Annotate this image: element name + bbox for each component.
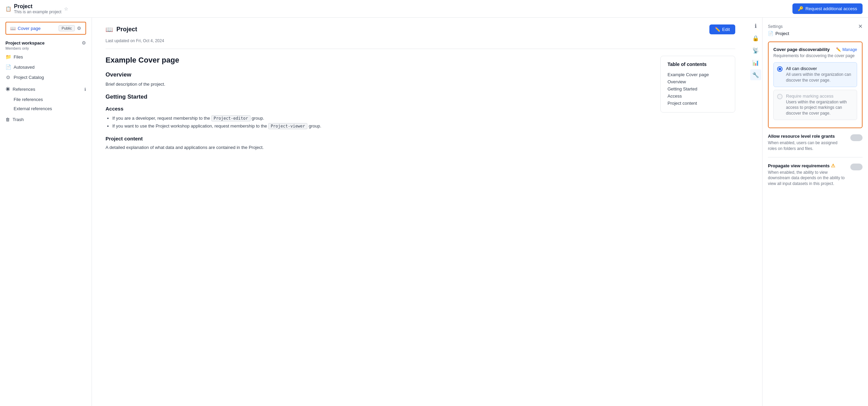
edit-icon: ✏️ <box>715 27 720 32</box>
star-icon[interactable]: ☆ <box>64 6 68 12</box>
article-body: Example Cover page Overview Brief descri… <box>106 56 652 154</box>
right-panel-layout: ℹ 🔒 📡 📊 🔧 Settings ✕ 📄 Project Cover pag… <box>749 18 868 406</box>
toc-item-3[interactable]: Getting Started <box>668 85 728 92</box>
request-access-button[interactable]: 🔑 Request additional access <box>792 3 863 14</box>
content-area: 📖 Project ✏️ Edit Last updated on Fri, O… <box>92 18 749 406</box>
propagate-toggle[interactable] <box>850 164 863 170</box>
toc-item-1[interactable]: Example Cover page <box>668 71 728 78</box>
toc-title: Table of contents <box>668 62 728 67</box>
references-section: ✳ References ℹ File references External … <box>0 82 92 115</box>
edit-button[interactable]: ✏️ Edit <box>709 24 735 34</box>
sidebar-nav-section: 📁 Files 📄 Autosaved ⊙ Project Catalog <box>0 52 92 82</box>
access-subheading: Access <box>106 106 652 112</box>
lock-panel-icon[interactable]: 🔒 <box>750 33 761 44</box>
discoverability-card: Cover page discoverability ✏️ Manage Req… <box>768 41 863 128</box>
bullet-item-2: If you want to use the Project workshop … <box>112 122 652 130</box>
settings-close-button[interactable]: ✕ <box>858 23 863 30</box>
files-icon: 📁 <box>5 54 11 60</box>
right-panel-icons: ℹ 🔒 📡 📊 🔧 <box>749 18 762 406</box>
public-badge: Public <box>59 25 75 31</box>
propagate-desc: When enabled, the ability to view downst… <box>768 170 846 187</box>
catalog-icon: ⊙ <box>5 74 11 80</box>
autosaved-icon: 📄 <box>5 64 11 70</box>
project-content-text: A detailed explanation of what data and … <box>106 144 652 151</box>
content-header: 📖 Project ✏️ Edit <box>106 24 735 37</box>
references-label: References <box>13 87 35 92</box>
rss-panel-icon[interactable]: 📡 <box>750 45 761 56</box>
project-viewer-badge: Project-viewer <box>268 123 307 129</box>
sidebar: 📖 Cover page Public ⚙ Project workspace … <box>0 18 92 406</box>
sidebar-item-trash[interactable]: 🗑 Trash <box>0 115 92 124</box>
discoverability-desc: Requirements for discovering the cover p… <box>773 53 857 58</box>
sidebar-item-project-catalog[interactable]: ⊙ Project Catalog <box>0 72 92 82</box>
catalog-label: Project Catalog <box>14 75 44 80</box>
top-bar-left: 📋 Project This is an example project ☆ <box>5 3 68 14</box>
info-panel-icon[interactable]: ℹ <box>750 20 761 31</box>
edit-label: Edit <box>722 27 730 32</box>
require-marking-radio <box>777 94 783 99</box>
sidebar-item-file-references[interactable]: File references <box>0 95 92 104</box>
manage-label: Manage <box>842 47 857 52</box>
workspace-title: Project workspace <box>5 40 45 46</box>
propagate-warning-icon: ⚠ <box>831 163 835 168</box>
request-access-label: Request additional access <box>805 6 857 11</box>
edit-manage-icon: ✏️ <box>836 47 841 52</box>
require-marking-option[interactable]: Require marking access Users within the … <box>773 90 857 120</box>
content-title: Project <box>116 26 137 33</box>
toc-item-2[interactable]: Overview <box>668 78 728 85</box>
getting-started-heading: Getting Started <box>106 94 652 100</box>
require-marking-label: Require marking access <box>786 94 853 99</box>
toc-card: Table of contents Example Cover page Ove… <box>660 56 735 113</box>
sidebar-item-autosaved[interactable]: 📄 Autosaved <box>0 62 92 72</box>
all-can-discover-option[interactable]: All can discover All users within the or… <box>773 62 857 87</box>
sidebar-item-cover-page[interactable]: 📖 Cover page Public ⚙ <box>5 22 86 35</box>
settings-header: Settings ✕ <box>768 23 863 30</box>
role-grants-desc: When enabled, users can be assigned role… <box>768 140 846 152</box>
settings-project-name: Project <box>775 31 789 36</box>
toc-item-5[interactable]: Project content <box>668 100 728 107</box>
overview-text: Brief description of the project. <box>106 81 652 88</box>
workspace-section: Project workspace ⚙ Members only <box>0 37 92 52</box>
overview-heading: Overview <box>106 71 652 78</box>
cover-page-gear-icon[interactable]: ⚙ <box>77 26 81 31</box>
cover-page-label: Cover page <box>18 26 41 31</box>
last-updated: Last updated on Fri, Oct 4, 2024 <box>106 37 735 49</box>
settings-title: Settings <box>768 24 783 29</box>
project-title: Project <box>14 3 61 10</box>
manage-link[interactable]: ✏️ Manage <box>836 47 857 52</box>
content-page-icon: 📖 <box>106 26 113 33</box>
workspace-subtitle: Members only <box>5 46 86 50</box>
autosaved-label: Autosaved <box>14 65 34 70</box>
sidebar-item-files[interactable]: 📁 Files <box>0 52 92 62</box>
top-bar: 📋 Project This is an example project ☆ 🔑… <box>0 0 868 18</box>
settings-project-label: 📄 Project <box>768 31 863 36</box>
role-grants-section: Allow resource level role grants When en… <box>768 134 863 157</box>
trash-label: Trash <box>13 117 24 122</box>
bullet-item-1: If you are a developer, request membersh… <box>112 114 652 122</box>
main-content-flex: Example Cover page Overview Brief descri… <box>106 56 735 154</box>
project-editor-badge: Project-editor <box>211 115 251 121</box>
sidebar-item-external-references[interactable]: External references <box>0 104 92 113</box>
key-icon: 🔑 <box>798 6 803 11</box>
files-label: Files <box>14 54 23 60</box>
propagate-section: Propagate view requirements ⚠ When enabl… <box>768 163 863 192</box>
references-header[interactable]: ✳ References ℹ <box>0 84 92 95</box>
discoverability-title: Cover page discoverability <box>773 47 830 52</box>
all-discover-label: All can discover <box>786 66 853 71</box>
wrench-panel-icon[interactable]: 🔧 <box>750 69 761 80</box>
access-bullet-list: If you are a developer, request membersh… <box>112 114 652 130</box>
role-grants-toggle[interactable] <box>850 134 863 141</box>
settings-panel: Settings ✕ 📄 Project Cover page discover… <box>762 18 868 406</box>
require-marking-description: Users within the organization with acces… <box>786 99 853 116</box>
article-title: Example Cover page <box>106 56 652 65</box>
toc-item-4[interactable]: Access <box>668 92 728 100</box>
references-info-icon[interactable]: ℹ <box>84 87 86 92</box>
role-grants-title: Allow resource level role grants <box>768 134 846 139</box>
trash-icon: 🗑 <box>5 117 10 122</box>
chart-panel-icon[interactable]: 📊 <box>750 57 761 68</box>
all-discover-description: All users within the organization can di… <box>786 72 853 83</box>
asterisk-icon: ✳ <box>5 86 10 92</box>
workspace-gear-icon[interactable]: ⚙ <box>82 40 86 46</box>
main-layout: 📖 Cover page Public ⚙ Project workspace … <box>0 18 868 406</box>
project-content-subheading: Project content <box>106 136 652 141</box>
